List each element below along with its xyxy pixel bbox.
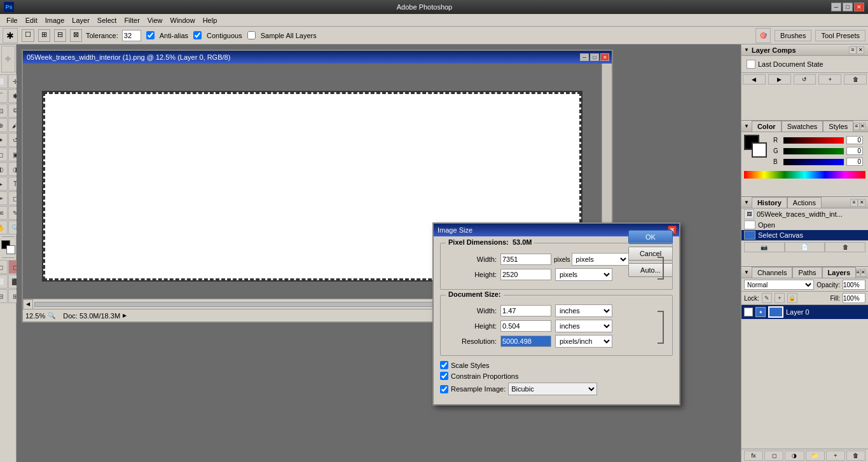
update-comp-btn[interactable]: ↺ — [794, 74, 816, 85]
hand-tool[interactable]: ✋ — [0, 221, 8, 234]
scroll-left-btn[interactable]: ◀ — [23, 299, 33, 309]
group-btn[interactable]: 📁 — [806, 451, 825, 461]
pixel-width-unit-select[interactable]: pixels — [572, 253, 629, 266]
tab-swatches[interactable]: Swatches — [782, 121, 823, 132]
history-file-item[interactable]: 🖼 05Week_traces_width_int... — [741, 208, 868, 220]
doc-maximize-btn[interactable]: □ — [590, 53, 599, 61]
color-panel-menu[interactable]: ≡ — [853, 123, 859, 130]
eraser-tool[interactable]: ◻ — [0, 147, 8, 161]
healing-brush-tool[interactable]: ⊕ — [0, 118, 8, 132]
contiguous-checkbox[interactable] — [193, 31, 202, 39]
maximize-button[interactable]: □ — [843, 3, 853, 11]
tab-styles[interactable]: Styles — [823, 121, 853, 132]
menu-image[interactable]: Image — [41, 15, 69, 25]
r-value[interactable]: 0 — [846, 136, 863, 144]
resolution-input[interactable] — [500, 336, 551, 347]
color-panel-close[interactable]: ✕ — [860, 123, 865, 130]
menu-filter[interactable]: Filter — [120, 15, 143, 25]
background-color[interactable] — [6, 245, 15, 254]
r-slider[interactable] — [783, 137, 844, 144]
layer-comps-menu[interactable]: ≡ — [849, 46, 857, 54]
layers-menu[interactable]: ≡ — [856, 269, 860, 276]
fx-btn[interactable]: fx — [744, 451, 763, 461]
layer-comps-close[interactable]: ✕ — [857, 46, 864, 54]
new-comp-btn[interactable]: + — [818, 74, 841, 85]
layer-comp-item[interactable]: Last Document State — [744, 58, 865, 70]
history-select-canvas-item[interactable]: Select Canvas — [741, 230, 868, 240]
new-doc-from-state-btn[interactable]: 📄 — [785, 242, 825, 252]
layer-comps-controls[interactable]: ≡ ✕ — [848, 46, 865, 55]
blend-mode-select[interactable]: Normal — [744, 280, 814, 290]
new-layer-btn[interactable]: + — [826, 451, 845, 461]
tool-presets-tab[interactable]: Tool Presets — [815, 30, 865, 41]
pixel-height-input[interactable] — [500, 269, 551, 280]
brushes-tab[interactable]: Brushes — [775, 30, 811, 41]
history-open-item[interactable]: Open — [741, 220, 868, 230]
intersect-selection-btn[interactable]: ⊠ — [70, 29, 82, 42]
menu-edit[interactable]: Edit — [22, 15, 41, 25]
fill-input[interactable] — [843, 293, 865, 303]
menu-window[interactable]: Window — [167, 15, 199, 25]
crop-tool[interactable]: ⊡ — [0, 104, 8, 118]
lock-pixels-btn[interactable]: ✎ — [762, 293, 772, 303]
menu-layer[interactable]: Layer — [68, 15, 93, 25]
menu-file[interactable]: File — [3, 15, 22, 25]
lock-all-btn[interactable]: 🔒 — [787, 293, 797, 303]
history-close[interactable]: ✕ — [858, 199, 865, 207]
layer-visibility-btn[interactable]: 👁 — [744, 308, 753, 316]
minimize-button[interactable]: ─ — [831, 3, 841, 11]
layers-close[interactable]: ✕ — [860, 269, 866, 276]
tolerance-input[interactable] — [122, 30, 141, 41]
del-layer-btn[interactable]: 🗑 — [846, 451, 865, 461]
bg-color-swatch[interactable] — [752, 142, 767, 158]
doc-height-unit-select[interactable]: inches cm pixels — [555, 320, 612, 332]
color-spectrum[interactable] — [744, 171, 865, 179]
tab-color[interactable]: Color — [752, 121, 782, 132]
new-selection-btn[interactable]: ☐ — [22, 29, 34, 42]
g-slider[interactable] — [783, 148, 844, 154]
doc-height-input[interactable] — [500, 320, 551, 332]
b-value[interactable]: 0 — [846, 158, 863, 166]
g-value[interactable]: 0 — [846, 147, 863, 155]
add-mask-btn[interactable]: ◻ — [764, 451, 783, 461]
quick-mask-off[interactable]: ◻ — [0, 260, 8, 274]
doc-minimize-btn[interactable]: ─ — [580, 53, 589, 61]
doc-width-unit-select[interactable]: inches cm pixels — [555, 304, 612, 317]
pen-tool[interactable]: ✒ — [0, 191, 8, 205]
doc-close-btn[interactable]: ✕ — [600, 53, 609, 61]
lasso-tool[interactable]: ⌒ — [0, 89, 8, 103]
close-button[interactable]: ✕ — [854, 3, 864, 11]
window-controls[interactable]: ─ □ ✕ — [831, 3, 864, 11]
history-menu[interactable]: ≡ — [850, 199, 858, 207]
tab-layers[interactable]: Layers — [822, 267, 856, 278]
scale-styles-checkbox[interactable] — [440, 361, 448, 369]
pixel-height-unit-select[interactable]: pixels — [555, 268, 612, 281]
anti-alias-checkbox[interactable] — [146, 31, 155, 39]
tab-actions[interactable]: Actions — [787, 197, 822, 208]
sample-all-checkbox[interactable] — [247, 31, 256, 39]
ok-button[interactable]: OK — [628, 230, 673, 244]
tab-channels[interactable]: Channels — [752, 267, 792, 278]
doc-width-input[interactable] — [500, 305, 551, 316]
opacity-input[interactable] — [843, 280, 865, 290]
next-comp-btn[interactable]: ▶ — [768, 74, 791, 85]
pixel-width-input[interactable] — [500, 254, 551, 265]
layer-0-item[interactable]: 👁 ✦ Layer 0 — [741, 305, 868, 319]
resample-select[interactable]: Bicubic Bilinear Nearest Neighbor Bicubi… — [508, 383, 597, 395]
resolution-unit-select[interactable]: pixels/inch pixels/cm — [555, 335, 612, 348]
menu-view[interactable]: View — [144, 15, 167, 25]
blur-tool[interactable]: ◐ — [0, 162, 8, 176]
del-comp-btn[interactable]: 🗑 — [844, 74, 867, 85]
del-history-btn[interactable]: 🗑 — [825, 242, 865, 252]
b-slider[interactable] — [783, 159, 844, 165]
screen-mode-standard[interactable]: ⬜ — [0, 275, 8, 289]
adjustments-btn[interactable]: ◑ — [785, 451, 804, 461]
add-selection-btn[interactable]: ⊞ — [38, 29, 50, 42]
menu-help[interactable]: Help — [199, 15, 221, 25]
subtract-selection-btn[interactable]: ⊟ — [54, 29, 66, 42]
prev-comp-btn[interactable]: ◀ — [743, 74, 766, 85]
clone-stamp-tool[interactable]: ✦ — [0, 133, 8, 147]
tab-history[interactable]: History — [752, 197, 787, 208]
new-snapshot-btn[interactable]: 📷 — [744, 242, 785, 252]
color-swatches[interactable] — [744, 135, 767, 158]
